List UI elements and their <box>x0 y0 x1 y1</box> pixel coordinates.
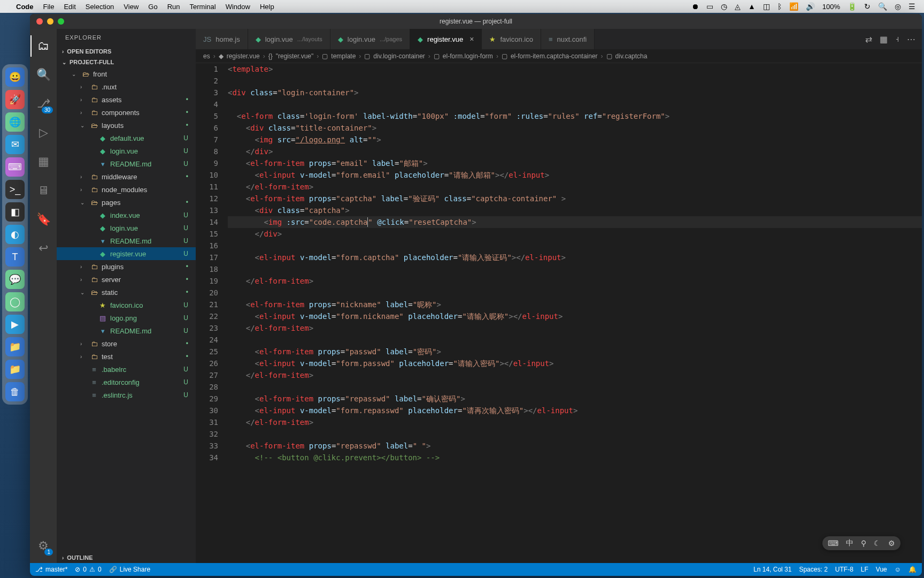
breadcrumb-item[interactable]: register.vue <box>227 52 260 60</box>
pill-icon-2[interactable]: ⚲ <box>861 539 866 547</box>
tree-file-readme-md[interactable]: ▾README.mdU <box>57 324 196 337</box>
indentation[interactable]: Spaces: 2 <box>799 566 827 573</box>
pill-icon-4[interactable]: ⚙ <box>888 539 895 547</box>
tree-folder-layouts[interactable]: ⌄🗁layouts• <box>57 119 196 132</box>
tree-file-index-vue[interactable]: ◆index.vueU <box>57 209 196 222</box>
feedback-icon[interactable]: ☺ <box>895 566 901 573</box>
tree-folder--nuxt[interactable]: ›🗀.nuxt <box>57 80 196 93</box>
tree-folder-front[interactable]: ⌄🗁front <box>57 67 196 80</box>
dock-wechat2[interactable]: ◯ <box>5 292 25 311</box>
more-icon[interactable]: ⋯ <box>907 34 915 44</box>
git-branch[interactable]: ⎇master* <box>35 566 67 573</box>
pill-icon-3[interactable]: ☾ <box>874 539 881 547</box>
activity-settings[interactable]: ⚙1 <box>30 533 56 559</box>
app-name[interactable]: Code <box>16 3 34 11</box>
breadcrumb-item[interactable]: "register.vue" <box>276 52 314 60</box>
menu-terminal[interactable]: Terminal <box>190 3 216 11</box>
breadcrumb-item[interactable]: div.login-container <box>373 52 425 60</box>
warning-icon[interactable]: ▲ <box>748 2 756 11</box>
tree-folder-pages[interactable]: ⌄🗁pages• <box>57 196 196 209</box>
wifi-icon[interactable]: 📶 <box>789 2 798 11</box>
tree-folder-static[interactable]: ⌄🗁static• <box>57 286 196 299</box>
tree-folder-store[interactable]: ›🗀store• <box>57 337 196 350</box>
breadcrumb-item[interactable]: el-form-item.captcha-container <box>511 52 598 60</box>
pill-icon-0[interactable]: ⌨ <box>828 539 838 547</box>
dock-music[interactable]: ▶ <box>5 315 25 334</box>
menu-go[interactable]: Go <box>148 3 157 11</box>
tree-folder-server[interactable]: ›🗀server• <box>57 273 196 286</box>
activity-explorer[interactable]: 🗂 <box>30 33 56 59</box>
code-editor[interactable]: 1234567891011121314151617181920212223242… <box>196 63 922 563</box>
maximize-window-icon[interactable] <box>58 18 64 25</box>
problems[interactable]: ⊘0 ⚠0 <box>75 566 101 573</box>
menu-file[interactable]: File <box>43 3 55 11</box>
tree-folder-test[interactable]: ›🗀test• <box>57 350 196 363</box>
tree-folder-node_modules[interactable]: ›🗀node_modules <box>57 183 196 196</box>
pill-icon-1[interactable]: 中 <box>846 538 853 548</box>
close-icon[interactable]: × <box>469 35 474 43</box>
activity-bookmark[interactable]: 🔖 <box>30 207 56 232</box>
cursor-position[interactable]: Ln 14, Col 31 <box>753 566 791 573</box>
menu-selection[interactable]: Selection <box>86 3 114 11</box>
volume-icon[interactable]: 🔊 <box>806 2 815 11</box>
activity-debug[interactable]: ▷ <box>30 120 56 146</box>
tab-favicon-ico[interactable]: ★favicon.ico <box>482 29 541 49</box>
dock-app2[interactable]: ◐ <box>5 225 25 244</box>
close-window-icon[interactable] <box>36 18 43 25</box>
dock-folder1[interactable]: 📁 <box>5 337 25 356</box>
menu-help[interactable]: Help <box>260 3 274 11</box>
activity-revert[interactable]: ↩ <box>30 235 56 261</box>
tab-login-vue[interactable]: ◆login.vue.../layouts <box>248 29 330 49</box>
dock-trash[interactable]: 🗑 <box>5 382 25 401</box>
code-content[interactable]: <template> <div class="login-container">… <box>228 63 922 563</box>
menu-run[interactable]: Run <box>167 3 180 11</box>
breadcrumb-item[interactable]: div.captcha <box>615 52 648 60</box>
sync-icon[interactable]: ↻ <box>864 2 871 11</box>
dash-icon[interactable]: ◫ <box>763 2 770 11</box>
tree-file--editorconfig[interactable]: ≡.editorconfigU <box>57 376 196 389</box>
dock-app1[interactable]: ◧ <box>5 202 25 222</box>
breadcrumb[interactable]: es›◆register.vue›{}"register.vue"›▢templ… <box>196 49 922 63</box>
tab-login-vue[interactable]: ◆login.vue.../pages <box>330 29 410 49</box>
tree-file-login-vue[interactable]: ◆login.vueU <box>57 222 196 234</box>
tree-file-logo-png[interactable]: ▨logo.pngU <box>57 311 196 324</box>
tree-file-login-vue[interactable]: ◆login.vueU <box>57 144 196 157</box>
tree-folder-components[interactable]: ›🗀components• <box>57 106 196 119</box>
live-share[interactable]: 🔗Live Share <box>109 566 150 573</box>
siri-icon[interactable]: ◎ <box>895 2 901 11</box>
menu-view[interactable]: View <box>124 3 138 11</box>
activity-scm[interactable]: ⎇30 <box>30 91 56 117</box>
dock-wechat[interactable]: 💬 <box>5 270 25 289</box>
tab-nuxt-confi[interactable]: ≡nuxt.confi <box>541 29 595 49</box>
bluetooth-icon[interactable]: ᛒ <box>777 2 782 11</box>
menu-window[interactable]: Window <box>226 3 250 11</box>
dock-finder[interactable]: 😀 <box>5 67 25 87</box>
ime-pill-widget[interactable]: ⌨中⚲☾⚙ <box>822 536 900 550</box>
search-icon[interactable]: 🔍 <box>878 2 887 11</box>
breadcrumb-item[interactable]: el-form.login-form <box>443 52 493 60</box>
battery-text[interactable]: 100% <box>822 3 840 11</box>
dock-vscode[interactable]: ⌨ <box>5 157 25 177</box>
tree-file-register-vue[interactable]: ◆register.vueU <box>57 247 196 260</box>
tab-home-js[interactable]: JShome.js <box>196 29 248 49</box>
tab-register-vue[interactable]: ◆register.vue× <box>410 29 482 49</box>
activity-remote[interactable]: 🖥 <box>30 178 56 203</box>
tree-folder-plugins[interactable]: ›🗀plugins• <box>57 260 196 273</box>
project-header[interactable]: ⌄ PROJECT-FULL <box>57 57 196 67</box>
dock-folder2[interactable]: 📁 <box>5 360 25 379</box>
tree-file--babelrc[interactable]: ≡.babelrcU <box>57 363 196 376</box>
language-mode[interactable]: Vue <box>876 566 887 573</box>
activity-extensions[interactable]: ▦ <box>30 149 56 174</box>
activity-search[interactable]: 🔍 <box>30 62 56 88</box>
notifications-icon[interactable]: 🔔 <box>908 566 917 573</box>
outline-header[interactable]: › OUTLINE <box>57 552 196 563</box>
compare-icon[interactable]: ⇄ <box>865 34 872 44</box>
tree-file-readme-md[interactable]: ▾README.mdU <box>57 157 196 170</box>
title-bar[interactable]: register.vue — project-full <box>30 14 922 29</box>
dock-chrome[interactable]: 🌐 <box>5 112 25 132</box>
dock-terminal[interactable]: >_ <box>5 180 25 199</box>
control-center-icon[interactable]: ☰ <box>908 2 915 11</box>
battery-icon[interactable]: 🔋 <box>848 2 857 11</box>
menu-edit[interactable]: Edit <box>64 3 75 11</box>
clock-icon[interactable]: ◷ <box>721 2 727 11</box>
